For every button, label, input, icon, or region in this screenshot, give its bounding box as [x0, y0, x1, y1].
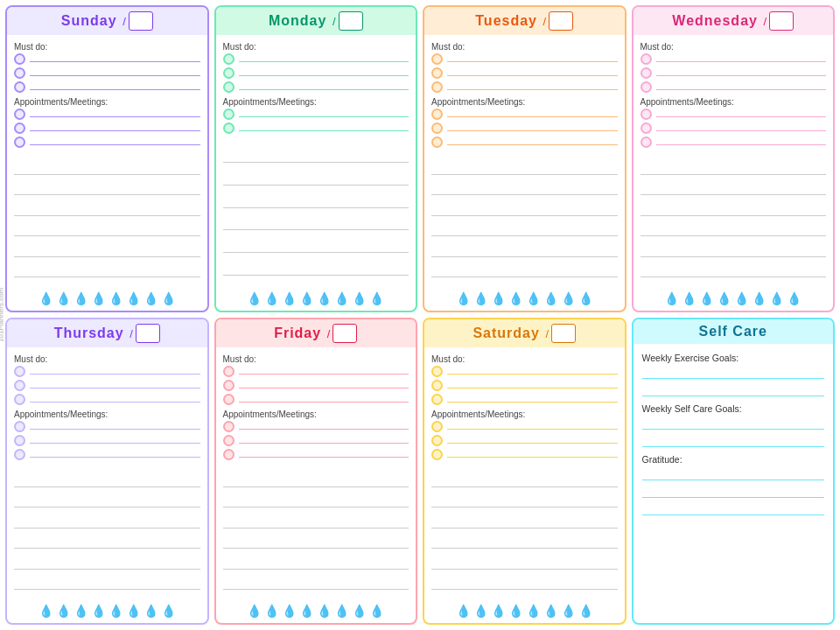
monday-appt-label: Appointments/Meetings: [223, 97, 410, 107]
tuesday-card: Tuesday / Must do: Appointments/Meetings… [423, 5, 626, 312]
wednesday-title: Wednesday [672, 13, 758, 29]
monday-date-box[interactable] [339, 11, 363, 31]
monday-bullet-1 [223, 53, 410, 65]
wednesday-bullet-3 [640, 81, 827, 93]
selfcare-header: Self Care [634, 319, 834, 344]
gratitude-section: Gratitude: [642, 454, 825, 515]
tuesday-appt-2 [431, 122, 618, 134]
saturday-appt-1 [431, 421, 618, 432]
thursday-sched-lines [14, 466, 200, 598]
monday-bullet-2 [223, 67, 410, 79]
tuesday-sched-lines [431, 154, 618, 286]
sunday-bullet-3 [14, 81, 200, 93]
sunday-appt-label: Appointments/Meetings: [14, 97, 200, 107]
sunday-body: Must do: Appointments/Meetings: 💧 💧 💧 💧 [7, 38, 207, 307]
wednesday-slash: / [760, 15, 766, 28]
tuesday-bullet-1 [431, 53, 618, 65]
friday-bullet-3 [223, 394, 410, 405]
saturday-date-box[interactable] [551, 324, 576, 343]
sunday-title: Sunday [61, 13, 117, 29]
tuesday-must-do-label: Must do: [431, 42, 618, 52]
thursday-appt-2 [14, 435, 200, 446]
monday-appt-1 [223, 108, 410, 120]
sunday-appt-2 [14, 122, 200, 134]
saturday-bullet-3 [431, 394, 618, 405]
tuesday-body: Must do: Appointments/Meetings: 💧 💧 💧 💧 [424, 38, 625, 307]
wednesday-appt-3 [640, 136, 827, 148]
thursday-bullet-3 [14, 394, 200, 405]
tuesday-appt-3 [431, 136, 618, 148]
monday-card: Monday / Must do: Appointments/Meetings:… [214, 5, 418, 312]
monday-must-do-label: Must do: [223, 42, 410, 52]
monday-appt-2 [223, 122, 410, 134]
friday-sched-lines [223, 466, 410, 598]
wednesday-water-row: 💧 💧 💧 💧 💧 💧 💧 💧 [640, 288, 827, 307]
sunday-water-row: 💧 💧 💧 💧 💧 💧 💧 💧 [14, 288, 200, 307]
thursday-appt-label: Appointments/Meetings: [14, 410, 200, 419]
tuesday-appt-label: Appointments/Meetings: [431, 97, 618, 107]
friday-header: Friday / [216, 319, 416, 347]
drop8: 💧 [161, 291, 176, 305]
sunday-appt-1 [14, 108, 200, 120]
selfcare-goals-section: Weekly Self Care Goals: [642, 403, 825, 447]
wednesday-bullet-1 [640, 53, 827, 65]
thursday-water-row: 💧 💧 💧 💧 💧 💧 💧 💧 [14, 600, 200, 620]
selfcare-goal-lines [642, 417, 825, 447]
monday-bullet-3 [223, 81, 410, 93]
exercise-label: Weekly Exercise Goals: [642, 353, 825, 363]
sunday-header: Sunday / [7, 7, 207, 35]
drop2: 💧 [56, 291, 71, 305]
thursday-appt-3 [14, 449, 200, 460]
thursday-title: Thursday [54, 326, 124, 341]
thursday-card: Thursday / Must do: Appointments/Meeting… [5, 318, 209, 625]
thursday-date-box[interactable] [136, 324, 160, 343]
thursday-appt-1 [14, 421, 200, 432]
monday-body: Must do: Appointments/Meetings: 💧 💧 💧 💧 [216, 38, 416, 307]
exercise-section: Weekly Exercise Goals: [642, 353, 825, 396]
wednesday-date-box[interactable] [769, 11, 794, 31]
tuesday-appt-1 [431, 108, 618, 120]
thursday-body: Must do: Appointments/Meetings: 💧 💧 💧 💧 [7, 351, 207, 620]
wednesday-bullet-2 [640, 67, 827, 79]
thursday-must-do-label: Must do: [14, 354, 200, 364]
drop7: 💧 [144, 291, 158, 305]
wednesday-sched-lines [640, 154, 827, 286]
selfcare-body: Weekly Exercise Goals: Weekly Self Care … [634, 347, 834, 620]
saturday-slash: / [542, 327, 549, 340]
saturday-appt-label: Appointments/Meetings: [431, 410, 618, 419]
thursday-slash: / [127, 327, 133, 340]
selfcare-card: Self Care Weekly Exercise Goals: Weekly … [632, 318, 836, 625]
thursday-header: Thursday / [7, 319, 207, 347]
friday-appt-label: Appointments/Meetings: [223, 410, 410, 419]
sunday-bullet-1 [14, 53, 200, 65]
friday-slash: / [324, 327, 330, 340]
selfcare-title: Self Care [699, 324, 767, 340]
tuesday-title: Tuesday [475, 13, 537, 29]
gratitude-lines [642, 468, 825, 515]
saturday-header: Saturday / [424, 319, 625, 347]
tuesday-slash: / [540, 15, 546, 28]
friday-must-do-label: Must do: [223, 354, 410, 364]
wednesday-appt-1 [640, 108, 827, 120]
friday-appt-2 [223, 435, 410, 446]
monday-water-row: 💧 💧 💧 💧 💧 💧 💧 💧 [223, 288, 410, 307]
sunday-date-box[interactable] [129, 11, 153, 31]
saturday-card: Saturday / Must do: Appointments/Meeting… [423, 318, 626, 625]
drop1: 💧 [38, 291, 53, 305]
wednesday-body: Must do: Appointments/Meetings: 💧 💧 💧 💧 [634, 38, 834, 307]
monday-sched-lines [223, 140, 410, 286]
friday-date-box[interactable] [332, 324, 357, 343]
wednesday-card: Wednesday / Must do: Appointments/Meetin… [632, 5, 836, 312]
wednesday-appt-label: Appointments/Meetings: [640, 97, 827, 107]
sunday-slash: / [120, 15, 126, 28]
friday-appt-1 [223, 421, 410, 432]
watermark: 101Planners.com [0, 288, 5, 342]
saturday-must-do-label: Must do: [431, 354, 618, 364]
exercise-lines [642, 367, 825, 396]
sunday-appt-3 [14, 136, 200, 148]
saturday-bullet-2 [431, 380, 618, 391]
tuesday-date-box[interactable] [549, 11, 573, 31]
monday-title: Monday [269, 13, 326, 29]
wednesday-must-do-label: Must do: [640, 42, 827, 52]
tuesday-water-row: 💧 💧 💧 💧 💧 💧 💧 💧 [431, 288, 618, 307]
